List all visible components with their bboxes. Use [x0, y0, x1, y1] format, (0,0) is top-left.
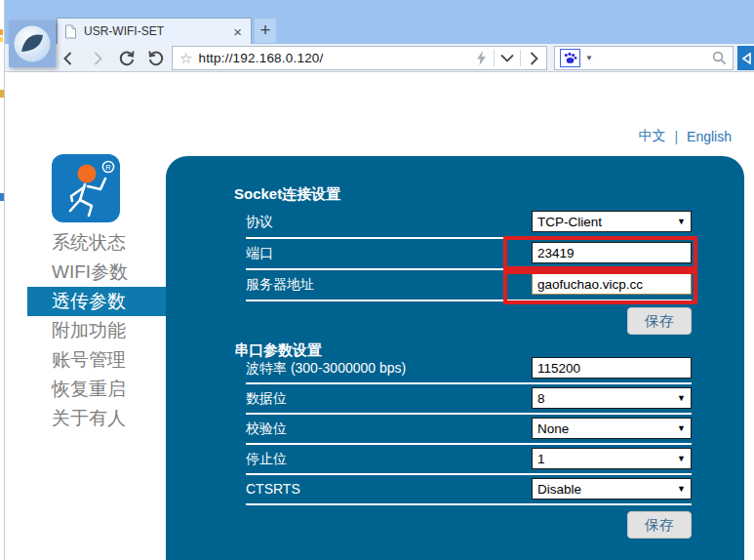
server-address-row: 服务器地址 — [246, 273, 692, 297]
select-caret-icon: ▼ — [677, 217, 686, 226]
undo-icon[interactable] — [146, 49, 165, 67]
window-border — [4, 0, 5, 560]
row-divider — [246, 443, 692, 445]
search-engine-caret-icon[interactable]: ▼ — [585, 54, 593, 62]
stop-bits-row: 停止位 1 ▼ — [246, 448, 692, 471]
row-divider — [246, 473, 692, 475]
sidebar-item-about[interactable]: 关于有人 — [27, 404, 166, 433]
protocol-label: 协议 — [246, 214, 273, 229]
parity-label: 校验位 — [246, 420, 287, 436]
row-divider — [246, 413, 692, 415]
protocol-select[interactable]: TCP-Client ▼ — [532, 211, 692, 232]
server-address-input[interactable] — [532, 273, 692, 295]
back-icon[interactable] — [59, 49, 77, 67]
sidebar-item-extra-functions[interactable]: 附加功能 — [27, 316, 166, 345]
sidebar-item-system-status[interactable]: 系统状态 — [27, 228, 166, 258]
search-box[interactable]: ▼ — [554, 46, 734, 70]
sidebar-item-account-manage[interactable]: 账号管理 — [27, 345, 166, 375]
refresh-icon[interactable] — [117, 49, 136, 67]
sidebar-menu: 系统状态 WIFI参数 透传参数 附加功能 账号管理 恢复重启 关于有人 — [27, 228, 166, 433]
tab-title: USR-WIFI-SET — [84, 24, 229, 38]
url-text: http://192.168.0.120/ — [198, 51, 323, 65]
port-label: 端口 — [246, 245, 273, 260]
server-address-label: 服务器地址 — [246, 276, 314, 292]
settings-panel: Socket连接设置 协议 TCP-Client ▼ 端口 服务器地址 保存 串… — [166, 156, 744, 560]
baud-rate-input[interactable] — [532, 357, 692, 379]
data-bits-select[interactable]: 8 ▼ — [532, 387, 692, 409]
baud-rate-row: 波特率 (300-3000000 bps) — [246, 357, 692, 380]
go-icon[interactable] — [521, 47, 546, 69]
side-panel-icon[interactable] — [737, 46, 754, 70]
ctsrts-row: CTSRTS Disable ▼ — [246, 478, 692, 501]
browser-menu-button[interactable] — [9, 20, 56, 67]
serial-save-button[interactable]: 保存 — [627, 511, 692, 539]
parity-row: 校验位 None ▼ — [246, 418, 692, 441]
lightning-icon[interactable] — [468, 47, 494, 69]
tab-close-icon[interactable]: × — [233, 24, 242, 39]
page-icon — [64, 24, 77, 39]
row-divider — [246, 268, 692, 270]
stop-bits-label: 停止位 — [246, 451, 287, 466]
sidebar-item-restore-restart[interactable]: 恢复重启 — [27, 375, 166, 404]
sidebar-item-wifi-params[interactable]: WIFI参数 — [27, 258, 166, 287]
language-switch: 中文 | English — [638, 128, 732, 145]
lang-divider: | — [674, 129, 678, 144]
parity-select[interactable]: None ▼ — [532, 418, 692, 439]
sidebar-item-transparent-params[interactable]: 透传参数 — [27, 287, 166, 316]
select-caret-icon: ▼ — [677, 484, 686, 494]
ctsrts-select[interactable]: Disable ▼ — [532, 478, 692, 500]
new-tab-button[interactable]: + — [255, 19, 276, 43]
select-caret-icon: ▼ — [677, 454, 686, 463]
port-row: 端口 — [246, 242, 692, 265]
search-icon[interactable] — [712, 51, 727, 65]
row-divider — [246, 300, 692, 301]
select-caret-icon: ▼ — [677, 423, 686, 433]
row-divider — [246, 237, 692, 239]
row-divider — [246, 503, 692, 505]
forward-icon[interactable] — [88, 49, 106, 67]
data-bits-row: 数据位 8 ▼ — [246, 387, 692, 411]
ctsrts-label: CTSRTS — [246, 481, 300, 497]
row-divider — [246, 382, 692, 384]
bookmark-star-icon[interactable]: ☆ — [179, 50, 192, 67]
select-caret-icon: ▼ — [677, 393, 686, 403]
search-engine-paw-icon[interactable] — [560, 49, 580, 67]
chevron-down-icon[interactable] — [495, 47, 520, 69]
svg-text:R: R — [105, 163, 111, 172]
lang-chinese-link[interactable]: 中文 — [638, 128, 665, 145]
socket-save-button[interactable]: 保存 — [627, 307, 692, 335]
lang-english-link[interactable]: English — [687, 129, 732, 144]
search-input[interactable] — [593, 47, 712, 69]
baud-rate-label: 波特率 (300-3000000 bps) — [246, 360, 406, 376]
stop-bits-select[interactable]: 1 ▼ — [532, 448, 692, 469]
socket-section-title: Socket连接设置 — [234, 185, 340, 204]
address-bar[interactable]: ☆ http://192.168.0.120/ — [172, 46, 547, 70]
data-bits-label: 数据位 — [246, 390, 287, 406]
browser-tab[interactable]: USR-WIFI-SET × — [57, 18, 252, 44]
protocol-row: 协议 TCP-Client ▼ — [246, 211, 692, 234]
browser-logo-icon — [13, 24, 52, 63]
port-input[interactable] — [532, 242, 692, 263]
usr-logo: R — [52, 154, 120, 222]
